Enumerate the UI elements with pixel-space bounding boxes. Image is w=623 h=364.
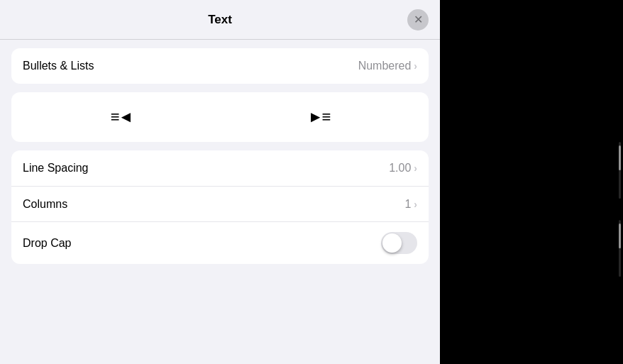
chevron-right-icon: ›	[414, 60, 417, 72]
alignment-card: ≡◄ ►≡	[11, 92, 429, 142]
scrollbar-thumb-1	[619, 145, 621, 170]
text-options-card: Line Spacing 1.00 › Columns 1 › Drop Cap	[11, 150, 429, 264]
bullets-lists-value-group: Numbered ›	[358, 60, 417, 72]
columns-value-group: 1 ›	[404, 198, 417, 211]
columns-row[interactable]: Columns 1 ›	[11, 186, 429, 221]
chevron-right-icon-3: ›	[414, 199, 417, 210]
drop-cap-toggle[interactable]	[381, 232, 417, 254]
bullets-lists-label: Bullets & Lists	[23, 60, 94, 72]
close-button[interactable]: ✕	[407, 9, 429, 31]
align-left-icon: ≡◄	[111, 108, 133, 126]
panel-title: Text	[208, 13, 232, 27]
drop-cap-row: Drop Cap	[11, 221, 429, 264]
line-spacing-value-group: 1.00 ›	[389, 162, 417, 175]
right-panel	[440, 0, 623, 364]
text-panel: Text ✕ Bullets & Lists Numbered › ≡◄ ►≡	[0, 0, 440, 364]
close-icon: ✕	[414, 13, 423, 26]
bullets-lists-row[interactable]: Bullets & Lists Numbered ›	[11, 48, 429, 84]
bullets-lists-card: Bullets & Lists Numbered ›	[11, 48, 429, 84]
scrollbar-thumb-2	[619, 224, 621, 248]
columns-value: 1	[404, 198, 411, 211]
line-spacing-row[interactable]: Line Spacing 1.00 ›	[11, 150, 429, 186]
line-spacing-value: 1.00	[389, 162, 411, 175]
align-left-button[interactable]: ≡◄	[97, 102, 147, 132]
panel-header: Text ✕	[0, 0, 440, 40]
chevron-right-icon-2: ›	[414, 162, 417, 174]
drop-cap-label: Drop Cap	[23, 237, 71, 250]
align-right-icon: ►≡	[308, 108, 330, 126]
align-right-button[interactable]: ►≡	[294, 102, 344, 132]
line-spacing-label: Line Spacing	[23, 162, 89, 175]
panel-content: Bullets & Lists Numbered › ≡◄ ►≡ Line Sp…	[0, 40, 440, 364]
bullets-lists-value: Numbered	[358, 60, 412, 72]
columns-label: Columns	[23, 198, 67, 211]
